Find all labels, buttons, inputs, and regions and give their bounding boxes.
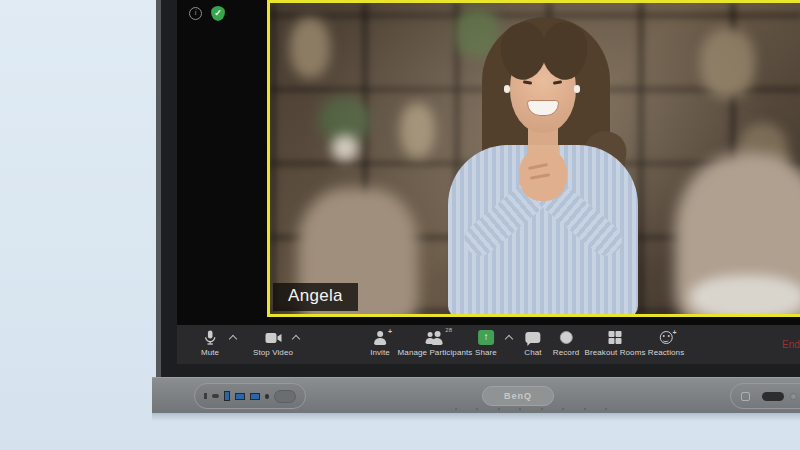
usb-port (235, 393, 245, 400)
chat-bubble-icon (526, 330, 541, 345)
invite-person-add-icon: + (373, 330, 387, 345)
record-icon (559, 330, 572, 345)
power-port (204, 393, 207, 399)
record-button[interactable]: Record (553, 330, 579, 357)
reactions-label: Reactions (648, 348, 684, 357)
video-camera-icon (265, 330, 282, 345)
stop-video-options-chevron[interactable] (293, 334, 300, 341)
nfc-tap-icon (741, 392, 750, 401)
share-button[interactable]: ↑ Share (475, 330, 497, 357)
earbud (574, 85, 580, 93)
display-soundbar-bezel: BenQ (152, 377, 800, 413)
display-shadow (152, 413, 800, 421)
participants-count-badge: 28 (445, 327, 452, 333)
earbud (504, 85, 510, 93)
share-label: Share (475, 348, 497, 357)
share-options-chevron[interactable] (506, 334, 513, 341)
audio-jack (265, 394, 269, 399)
sensor-dot (790, 393, 797, 400)
microphone-icon (203, 330, 217, 345)
mute-label: Mute (201, 348, 219, 357)
interactive-display-frame: i ✓ (156, 0, 800, 377)
manage-participants-button[interactable]: 28 Manage Participants (398, 330, 473, 357)
chat-button[interactable]: Chat (524, 330, 541, 357)
participant-name-tag: Angela (273, 283, 358, 311)
stop-video-label: Stop Video (253, 348, 293, 357)
breakout-rooms-button[interactable]: Breakout Rooms (585, 330, 646, 357)
encryption-shield-icon[interactable]: ✓ (211, 6, 225, 21)
meeting-info-icon[interactable]: i (189, 7, 202, 20)
port-panel (194, 383, 306, 409)
meeting-screen: i ✓ (177, 0, 800, 364)
bezel-tick-marks (455, 408, 607, 410)
usb-port (250, 393, 260, 400)
mute-button[interactable]: Mute (201, 330, 219, 357)
brand-logo: BenQ (482, 386, 554, 406)
reactions-button[interactable]: + Reactions (648, 330, 684, 357)
participant-video-feed (270, 3, 800, 314)
participants-icon: 28 (426, 330, 444, 345)
manage-participants-label: Manage Participants (398, 348, 473, 357)
breakout-rooms-label: Breakout Rooms (585, 348, 646, 357)
mute-options-chevron[interactable] (230, 334, 237, 341)
usb-port (224, 391, 230, 401)
sensor-panel (730, 383, 800, 409)
invite-button[interactable]: + Invite (370, 330, 390, 357)
meeting-status-icons: i ✓ (189, 6, 225, 21)
usb-c-port (212, 394, 219, 398)
invite-label: Invite (370, 348, 390, 357)
end-meeting-button[interactable]: End Meeting (782, 339, 800, 350)
breakout-rooms-icon (608, 330, 622, 345)
stop-video-button[interactable]: Stop Video (253, 330, 293, 357)
chat-label: Chat (524, 348, 541, 357)
share-screen-icon: ↑ (478, 330, 494, 345)
ir-sensor (762, 392, 784, 401)
reactions-icon: + (659, 330, 672, 345)
meeting-toolbar: Mute Stop Video + Invite 28 (177, 325, 800, 364)
record-label: Record (553, 348, 579, 357)
active-speaker-video: Angela (267, 0, 800, 317)
desk-highlight (690, 275, 800, 314)
connector-grille (274, 390, 296, 403)
